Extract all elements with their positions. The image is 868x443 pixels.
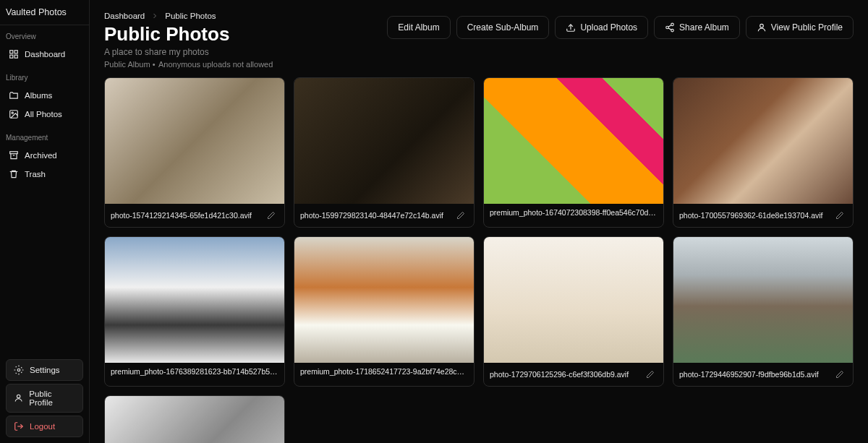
public-profile-button[interactable]: Public Profile	[6, 384, 83, 413]
svg-point-8	[17, 395, 20, 397]
view-public-profile-button[interactable]: View Public Profile	[746, 16, 854, 39]
user-icon	[14, 393, 23, 403]
svg-point-9	[671, 23, 674, 26]
sidebar-item-albums[interactable]: Albums	[6, 86, 83, 105]
photo-card-footer: photo-1729446952907-f9dfbe96b1d5.avif	[673, 363, 853, 386]
page-subtitle: A place to share my photos	[104, 47, 274, 57]
photo-card-footer: photo-1729706125296-c6ef3f306db9.avif	[484, 363, 663, 386]
button-label: Share Album	[679, 22, 729, 33]
photo-filename: photo-1574129214345-65fe1d421c30.avif	[111, 211, 260, 220]
photo-card-footer: premium_photo-1676389281623-bb714b527b50…	[105, 363, 284, 380]
settings-button[interactable]: Settings	[6, 359, 83, 381]
photo-card[interactable]	[104, 395, 285, 443]
button-label: View Public Profile	[771, 22, 843, 33]
svg-rect-2	[10, 55, 13, 58]
photo-thumbnail[interactable]	[294, 78, 474, 204]
button-label: Create Sub-Album	[467, 22, 539, 33]
archive-icon	[9, 150, 19, 160]
sidebar-item-label: Albums	[25, 91, 52, 100]
image-icon	[9, 109, 19, 119]
sidebar: Vaulted Photos Overview Dashboard Librar…	[0, 0, 90, 443]
edit-album-button[interactable]: Edit Album	[387, 16, 450, 39]
photo-card[interactable]: photo-1729706125296-c6ef3f306db9.avif	[483, 236, 664, 387]
sidebar-section-library: Library Albums All Photos	[0, 66, 89, 126]
folder-icon	[9, 90, 19, 100]
sidebar-section-overview: Overview Dashboard	[0, 25, 89, 66]
photo-filename: premium_photo-1674072308398-ff0ea546c70d…	[490, 208, 658, 217]
svg-rect-3	[14, 55, 17, 58]
photo-card-footer: photo-1700557969362-61de8e193704.avif	[673, 204, 853, 227]
button-label: Upload Photos	[580, 22, 637, 33]
button-label: Edit Album	[398, 22, 439, 33]
user-icon	[757, 22, 767, 33]
svg-point-5	[12, 112, 13, 113]
photo-card[interactable]: photo-1599729823140-48447e72c14b.avif	[294, 77, 475, 228]
svg-point-12	[760, 24, 763, 27]
photo-filename: photo-1599729823140-48447e72c14b.avif	[300, 211, 449, 220]
sidebar-item-archived[interactable]: Archived	[6, 146, 83, 165]
pencil-icon[interactable]	[454, 208, 468, 223]
photo-thumbnail[interactable]	[294, 237, 474, 363]
sidebar-item-label: Trash	[25, 170, 46, 179]
svg-rect-1	[14, 51, 17, 53]
photo-filename: premium_photo-1718652417723-9a2bf74e28c3…	[300, 367, 468, 376]
sidebar-label-library: Library	[6, 74, 83, 82]
photo-filename: photo-1729446952907-f9dfbe96b1d5.avif	[679, 370, 828, 379]
app-name: Vaulted Photos	[0, 0, 89, 25]
svg-point-7	[17, 369, 20, 371]
sidebar-section-management: Management Archived Trash	[0, 126, 89, 186]
photo-filename: photo-1700557969362-61de8e193704.avif	[679, 211, 828, 220]
chevron-right-icon	[150, 12, 159, 20]
upload-icon	[566, 22, 576, 33]
sidebar-footer: Settings Public Profile Logout	[0, 353, 89, 443]
breadcrumb-current[interactable]: Public Photos	[165, 12, 216, 20]
photo-card[interactable]: photo-1729446952907-f9dfbe96b1d5.avif	[673, 236, 854, 387]
share-album-button[interactable]: Share Album	[654, 16, 740, 39]
pencil-icon[interactable]	[833, 367, 847, 382]
photo-thumbnail[interactable]	[484, 237, 663, 363]
photo-thumbnail[interactable]	[673, 237, 853, 363]
photo-card[interactable]: premium_photo-1676389281623-bb714b527b50…	[104, 236, 285, 387]
logout-button[interactable]: Logout	[6, 416, 83, 437]
photo-card-footer: premium_photo-1718652417723-9a2bf74e28c3…	[294, 363, 474, 380]
button-label: Public Profile	[29, 390, 75, 407]
sidebar-item-label: Dashboard	[25, 50, 65, 59]
photo-filename: premium_photo-1676389281623-bb714b527b50…	[111, 367, 278, 376]
svg-point-10	[666, 26, 669, 29]
logout-icon	[14, 421, 24, 431]
photo-thumbnail[interactable]	[105, 237, 284, 363]
pencil-icon[interactable]	[264, 208, 278, 223]
trash-icon	[9, 169, 19, 179]
button-label: Settings	[30, 366, 60, 374]
action-bar: Edit Album Create Sub-Album Upload Photo…	[387, 16, 854, 39]
breadcrumb: Dashboard Public Photos	[104, 12, 274, 20]
photo-card[interactable]: premium_photo-1674072308398-ff0ea546c70d…	[483, 77, 664, 228]
sidebar-label-overview: Overview	[6, 33, 83, 40]
page-title: Public Photos	[104, 23, 274, 46]
photo-thumbnail[interactable]	[105, 78, 284, 204]
sidebar-item-dashboard[interactable]: Dashboard	[6, 45, 83, 64]
sidebar-item-label: All Photos	[25, 110, 62, 119]
sidebar-item-all-photos[interactable]: All Photos	[6, 105, 83, 124]
create-sub-album-button[interactable]: Create Sub-Album	[456, 16, 550, 39]
sidebar-item-label: Archived	[25, 151, 57, 160]
photo-card[interactable]: premium_photo-1718652417723-9a2bf74e28c3…	[294, 236, 475, 387]
photo-card[interactable]: photo-1700557969362-61de8e193704.avif	[673, 77, 854, 228]
photo-card[interactable]: photo-1574129214345-65fe1d421c30.avif	[104, 77, 285, 228]
meta-type: Public Album •	[104, 60, 156, 69]
breadcrumb-root[interactable]: Dashboard	[104, 12, 145, 20]
sidebar-label-management: Management	[6, 134, 83, 142]
photo-card-footer: premium_photo-1674072308398-ff0ea546c70d…	[484, 204, 663, 221]
main-content: Dashboard Public Photos Public Photos A …	[90, 0, 868, 443]
svg-rect-0	[10, 51, 13, 53]
svg-point-11	[671, 29, 674, 32]
photo-filename: photo-1729706125296-c6ef3f306db9.avif	[490, 370, 639, 379]
photo-thumbnail[interactable]	[673, 78, 853, 204]
sidebar-item-trash[interactable]: Trash	[6, 165, 83, 184]
pencil-icon[interactable]	[643, 367, 658, 382]
gear-icon	[14, 365, 24, 375]
pencil-icon[interactable]	[833, 208, 847, 223]
upload-photos-button[interactable]: Upload Photos	[555, 16, 648, 39]
photo-thumbnail[interactable]	[105, 396, 284, 443]
photo-thumbnail[interactable]	[484, 78, 663, 204]
